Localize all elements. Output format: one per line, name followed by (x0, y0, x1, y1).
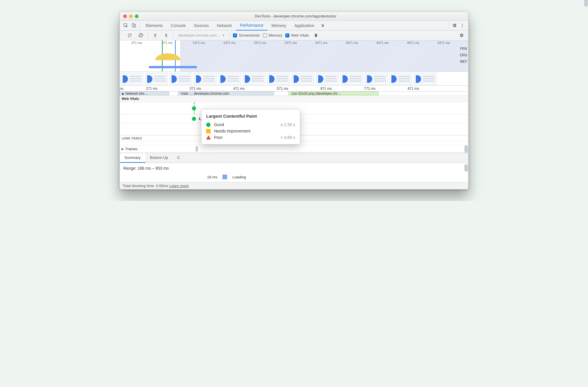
blocking-time-label: Total blocking time: 0.00ms (123, 184, 168, 188)
filmstrip-thumb[interactable] (267, 73, 290, 85)
filmstrip-thumb[interactable] (170, 73, 192, 85)
ov-tick: 2971 ms (254, 41, 284, 44)
ruler-tick: 571 ms (277, 87, 320, 91)
web-vitals-label: Web Vitals (291, 33, 309, 37)
tab-memory[interactable]: Memory (268, 21, 291, 31)
ov-tick: 3471 ms (315, 41, 346, 44)
ov-tick: 3971 ms (346, 41, 376, 44)
settings-icon[interactable] (450, 21, 458, 30)
legend-value: ≤ 2.50 s (281, 122, 295, 127)
reload-record-icon[interactable] (126, 31, 134, 40)
close-button[interactable] (123, 15, 127, 18)
summary-loading-row: 18 ms Loading (207, 175, 246, 179)
web-vitals-checkbox[interactable]: ✓Web Vitals (285, 33, 309, 37)
filmstrip-thumb[interactable] (389, 73, 412, 85)
filmstrip-thumb[interactable] (316, 73, 339, 85)
network-row-label: main … developer.chrome.com (181, 92, 229, 96)
loading-color-swatch (222, 175, 227, 179)
filmstrip-thumb[interactable] (365, 73, 388, 85)
lane-cpu: CPU (460, 52, 467, 58)
legend-label: Good (214, 122, 224, 127)
filmstrip-thumb[interactable] (341, 73, 363, 85)
triangle-icon (206, 135, 211, 140)
vital-dot-icon[interactable] (192, 106, 196, 110)
overview-lane-labels: FPS CPU NET (460, 46, 467, 65)
more-tabs-icon[interactable] (318, 21, 327, 30)
loading-time: 18 ms (207, 175, 217, 179)
ov-tick: 471 ms (131, 41, 162, 44)
profile-selector[interactable]: developer.chrome.com…▼ (176, 32, 227, 38)
ruler-tick: 671 ms (320, 87, 364, 91)
device-toggle-icon[interactable] (130, 21, 138, 30)
save-profile-icon[interactable] (162, 31, 170, 40)
status-bar: Total blocking time: 0.00ms Learn more (120, 182, 468, 189)
devtools-window: DevTools - developer.chrome.com/tags/dev… (120, 12, 468, 189)
vertical-scrollbar-thumb[interactable] (464, 145, 468, 153)
filmstrip-thumb[interactable] (218, 73, 241, 85)
network-row-label: con-32x32.png (developer.chr… (291, 92, 341, 96)
load-profile-icon[interactable] (151, 31, 159, 40)
overview-ruler: 471 ms 971 ms 1471 ms 1971 ms 2971 ms 29… (131, 40, 468, 45)
tab-elements[interactable]: Elements (142, 21, 167, 31)
memory-checkbox[interactable]: Memory (263, 33, 282, 37)
filmstrip-thumb[interactable] (414, 73, 436, 85)
inspect-element-icon[interactable] (122, 21, 130, 30)
zoom-button[interactable] (135, 15, 138, 18)
ov-tick: 1971 ms (223, 41, 254, 44)
screenshots-checkbox[interactable]: ✓Screenshots (233, 33, 260, 37)
ruler-tick: 271 ms (146, 87, 190, 91)
lane-fps: FPS (460, 46, 467, 52)
loading-label: Loading (232, 175, 246, 179)
main-tabbar: Elements Console Sources Network Perform… (120, 21, 468, 31)
memory-label: Memory (269, 33, 282, 37)
ruler-tick: 871 ms (408, 87, 451, 91)
filmstrip-thumb[interactable] (121, 73, 143, 85)
details-tabbar: Summary Bottom-Up C (120, 153, 468, 163)
network-row-label: Network bre… (125, 92, 148, 96)
filmstrip[interactable] (120, 72, 468, 86)
tab-bottom-up[interactable]: Bottom-Up (145, 153, 173, 163)
ruler-tick: 771 ms (364, 87, 408, 91)
svg-point-4 (462, 25, 463, 26)
section-frames[interactable]: ▶ Frames (120, 145, 468, 153)
summary-range: Range: 186 ms – 953 ms (123, 166, 465, 171)
disclosure-triangle-icon[interactable]: ▶ (122, 147, 124, 150)
tab-performance[interactable]: Performance (236, 21, 267, 31)
section-web-vitals[interactable]: Web Vitals (120, 96, 468, 102)
network-row[interactable]: ▶ Network bre… main … developer.chrome.c… (120, 92, 468, 96)
ov-tick: 5471 ms (438, 41, 468, 44)
clear-icon[interactable] (137, 31, 145, 40)
filmstrip-thumb[interactable] (145, 73, 168, 85)
summary-panel: Range: 186 ms – 953 ms 18 ms Loading (120, 163, 468, 182)
ov-tick: 4971 ms (407, 41, 437, 44)
summary-scrollbar-thumb[interactable] (464, 164, 468, 172)
frame-indicator (196, 146, 197, 151)
learn-more-link[interactable]: Learn more (169, 184, 188, 188)
filmstrip-thumb[interactable] (243, 73, 266, 85)
trash-icon[interactable] (312, 31, 320, 40)
filmstrip-thumb[interactable] (194, 73, 217, 85)
legend-value: > 4.00 s (281, 135, 295, 140)
tooltip-title: Largest Contentful Paint (206, 114, 295, 119)
minimize-button[interactable] (129, 15, 133, 18)
tab-call-tree[interactable]: C (173, 153, 185, 163)
kebab-menu-icon[interactable] (458, 21, 466, 30)
tab-sources[interactable]: Sources (190, 21, 213, 31)
ov-tick: 4471 ms (376, 41, 407, 44)
overview-selection[interactable] (120, 40, 181, 71)
tab-application[interactable]: Application (290, 21, 318, 31)
tab-console[interactable]: Console (167, 21, 190, 31)
timeline-overview[interactable]: 471 ms 971 ms 1471 ms 1971 ms 2971 ms 29… (120, 40, 468, 72)
lcp-dot-icon (192, 117, 196, 121)
screenshots-label: Screenshots (239, 33, 260, 37)
filmstrip-thumb[interactable] (292, 73, 314, 85)
performance-toolbar: developer.chrome.com…▼ ✓Screenshots Memo… (120, 31, 468, 40)
tab-network[interactable]: Network (213, 21, 236, 31)
ov-tick: 2971 ms (284, 41, 315, 44)
tab-summary[interactable]: Summary (120, 153, 145, 163)
detail-ruler[interactable]: ns 271 ms 371 ms 471 ms 571 ms 671 ms 77… (120, 86, 468, 92)
svg-point-5 (462, 26, 463, 27)
frames-label: Frames (126, 147, 138, 151)
capture-settings-icon[interactable] (457, 31, 465, 40)
svg-rect-7 (154, 37, 156, 37)
